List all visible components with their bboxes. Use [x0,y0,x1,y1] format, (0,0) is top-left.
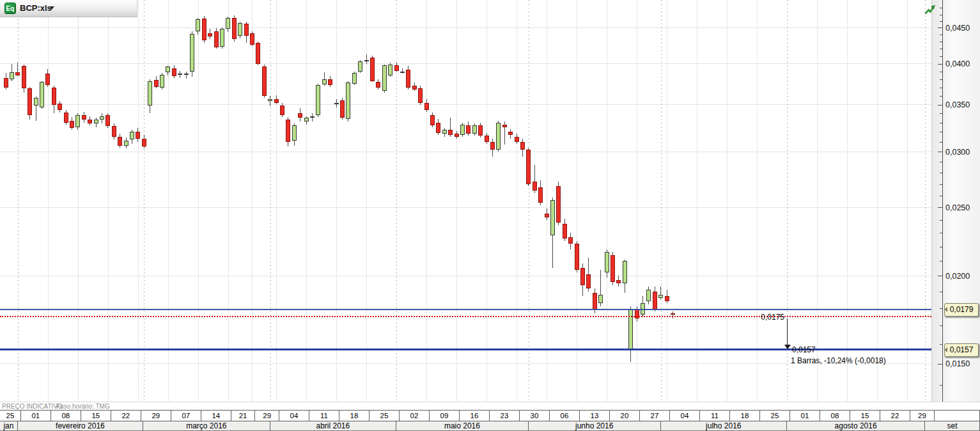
candle [400,72,405,73]
trading-chart-window: 0,04500,04000,03500,03000,02500,02000,01… [0,0,980,431]
day-tick-cell: 25 [369,411,400,421]
candle [172,68,176,76]
candle [190,34,194,72]
day-tick-cell: 13 [580,411,610,421]
candle [148,81,152,106]
candle [328,79,332,85]
price-tick-label: 0,0350 [945,100,970,109]
weekly-gridline [817,0,818,402]
green-trend-arrow-icon[interactable] [924,4,936,16]
measure-arrow-line[interactable] [787,318,788,345]
weekly-gridline [877,0,878,402]
candle [575,244,579,269]
instrument-selector[interactable]: Eq BCP:xls [0,0,137,17]
day-tick-cell: 07 [171,411,201,421]
candle [605,252,609,272]
month-boundary-gridline [18,0,19,402]
candle [214,31,219,47]
weekly-gridline [607,0,607,402]
candle [382,65,387,91]
candle [100,116,104,120]
candle [64,113,68,123]
price-tick [940,247,942,247]
horizontal-gridline [0,276,931,276]
price-tick [940,344,942,345]
candle [568,237,573,244]
equity-badge-icon: Eq [4,3,16,14]
candle [580,268,585,285]
price-tick [938,276,942,276]
price-tick [940,56,942,57]
price-tick [938,207,942,208]
price-tick [940,233,942,233]
price-tick [938,27,942,28]
candle [226,18,230,29]
candle [406,70,410,88]
candle [262,67,267,96]
weekly-gridline [336,0,337,402]
month-cell: março 2016 [143,421,270,430]
candle [244,24,249,36]
day-tick-cell: 11 [700,411,730,421]
candle [593,293,597,310]
day-tick-cell: 06 [550,411,580,421]
candle [586,274,591,288]
candle [15,72,20,75]
day-tick-cell: 25 [760,411,790,421]
price-tick-label: 0,0300 [945,148,970,157]
candle [448,130,453,134]
weekly-gridline [138,0,139,402]
candle [653,292,657,310]
candle [166,67,170,72]
price-tick [938,364,942,364]
time-axis-days[interactable]: 2501081522290714212904111825020916233006… [0,410,980,421]
weekly-gridline [697,0,697,402]
candlestick-plot-area[interactable] [0,0,931,402]
price-tick [938,64,942,65]
month-boundary-gridline [144,0,144,402]
weekly-gridline [426,0,427,402]
price-tick [940,113,942,114]
candle [52,88,56,105]
last-price-line[interactable] [0,309,931,310]
candle [496,123,501,150]
price-tick [940,8,942,8]
price-tick [940,35,942,35]
footer-strip [0,402,980,411]
candle [136,132,140,139]
candle [124,141,128,146]
month-cell: jan [0,421,18,430]
candle [22,66,26,88]
day-tick-cell: 15 [850,411,880,421]
day-tick-cell: 15 [81,411,111,421]
candle [520,142,525,150]
month-cell: set [925,421,980,430]
horizontal-gridline [0,207,931,208]
candle [268,99,272,101]
time-axis-months[interactable]: janfevereiro 2016março 2016abril 2016mai… [0,421,980,431]
candle [316,85,320,115]
candle [310,116,315,118]
indicative-price-label: PREÇO INDICATIVO [2,403,63,410]
day-tick-cell: 29 [141,411,171,421]
candle [424,103,429,110]
candle [94,120,98,123]
day-tick-cell: 16 [460,411,490,421]
price-tick [940,15,942,15]
day-tick-cell-empty [935,411,980,421]
chevron-down-icon[interactable] [49,6,54,10]
weekly-gridline [48,0,49,402]
candle [130,132,134,139]
candle [220,29,224,46]
day-tick-cell: 30 [520,411,550,421]
weekly-gridline [456,0,457,402]
weekly-gridline [547,0,547,402]
measure-from-label: 0,0175 [746,313,784,322]
candle [88,120,92,123]
day-tick-cell: 27 [640,411,670,421]
weekly-gridline [847,0,848,402]
alert-price-line[interactable] [0,316,931,317]
month-boundary-gridline [396,0,397,402]
day-tick-cell: 08 [820,411,850,421]
candle [646,290,651,301]
